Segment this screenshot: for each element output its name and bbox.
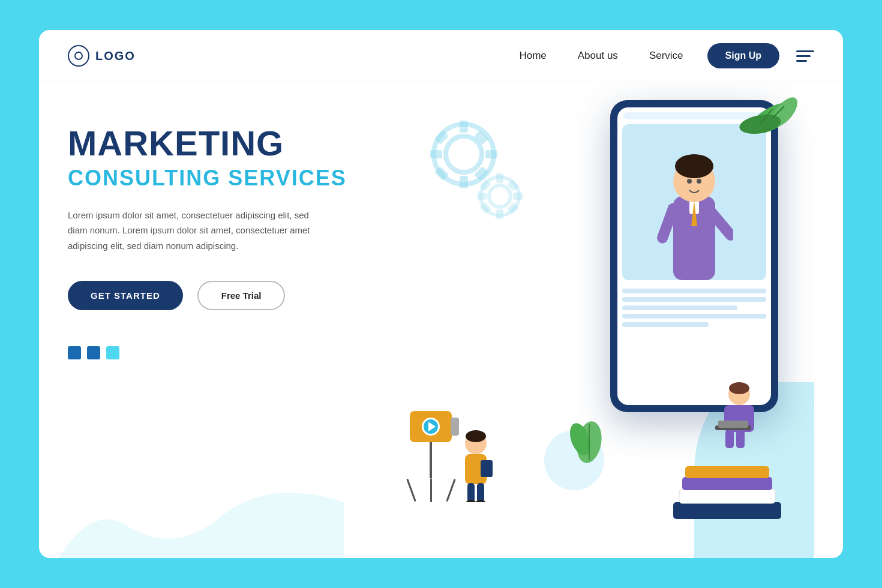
- logo-area: LOGO: [68, 45, 136, 67]
- logo-icon: [68, 45, 89, 67]
- svg-rect-53: [718, 421, 748, 428]
- svg-rect-5: [485, 150, 497, 158]
- gear-small-icon: [476, 172, 524, 220]
- svg-point-33: [687, 179, 692, 184]
- svg-rect-48: [685, 466, 769, 478]
- tripod-leg-left: [406, 479, 416, 502]
- tripod-legs: [410, 478, 452, 502]
- dot-3: [106, 346, 119, 359]
- svg-rect-40: [481, 460, 493, 477]
- camera-tripod: [410, 411, 452, 502]
- svg-rect-13: [496, 209, 503, 219]
- svg-rect-42: [477, 483, 484, 502]
- camera-lens: [422, 418, 440, 436]
- svg-rect-14: [477, 193, 487, 200]
- hero-description: Lorem ipsum dolor sit amet, consectetuer…: [68, 208, 320, 254]
- dot-1: [68, 346, 81, 359]
- main-card: LOGO Home About us Service Sign Up MARKE…: [39, 30, 843, 558]
- svg-point-38: [466, 430, 486, 442]
- signup-button[interactable]: Sign Up: [707, 43, 779, 68]
- main-content: MARKETING CONSULTING SERVICES Lorem ipsu…: [39, 82, 843, 558]
- svg-point-1: [446, 136, 482, 172]
- content-line-1: [622, 289, 766, 293]
- books-stack: [667, 448, 787, 520]
- right-panel: [380, 82, 814, 558]
- leaf-top-icon: [730, 94, 802, 154]
- svg-rect-3: [460, 176, 468, 188]
- svg-rect-15: [513, 193, 523, 200]
- svg-rect-46: [679, 489, 775, 503]
- wave-decoration: [56, 442, 344, 558]
- svg-rect-55: [736, 430, 745, 448]
- camera-body: [410, 411, 452, 442]
- logo-inner-circle: [74, 52, 83, 60]
- free-trial-button[interactable]: Free Trial: [197, 281, 286, 310]
- hero-title-sub: CONSULTING SERVICES: [68, 165, 380, 191]
- left-panel: MARKETING CONSULTING SERVICES Lorem ipsu…: [68, 82, 380, 558]
- content-line-2: [622, 297, 766, 302]
- hero-title-marketing: MARKETING: [68, 124, 380, 163]
- svg-point-50: [729, 382, 749, 394]
- navbar: LOGO Home About us Service Sign Up: [39, 30, 843, 82]
- nav-home[interactable]: Home: [519, 50, 546, 62]
- hamburger-line-2: [796, 55, 811, 57]
- dot-2: [87, 346, 100, 359]
- svg-rect-2: [460, 121, 468, 133]
- tripod-leg-center: [430, 478, 432, 502]
- nav-service[interactable]: Service: [649, 50, 683, 62]
- hamburger-line-1: [796, 50, 814, 52]
- svg-point-11: [489, 185, 511, 207]
- indicator-dots: [68, 346, 380, 359]
- svg-point-32: [675, 154, 713, 178]
- content-line-4: [622, 314, 766, 319]
- nav-about[interactable]: About us: [578, 50, 618, 62]
- hamburger-menu[interactable]: [796, 50, 814, 62]
- svg-rect-54: [725, 430, 734, 448]
- svg-rect-45: [673, 502, 781, 519]
- svg-rect-41: [467, 483, 475, 502]
- content-line-3: [622, 305, 737, 310]
- logo-text: LOGO: [95, 49, 136, 63]
- leaf-bottom-icon: [568, 418, 610, 466]
- get-started-button[interactable]: GET STARTED: [68, 281, 183, 310]
- play-icon: [428, 422, 436, 431]
- tripod-stem: [430, 442, 432, 478]
- svg-rect-47: [682, 477, 772, 490]
- cta-buttons: GET STARTED Free Trial: [68, 281, 380, 310]
- tripod-leg-right: [446, 479, 455, 502]
- svg-rect-4: [430, 150, 442, 158]
- notebook-person: [458, 430, 494, 502]
- content-line-5: [622, 322, 709, 327]
- laptop-person: [712, 382, 766, 454]
- svg-rect-12: [496, 173, 503, 183]
- svg-point-34: [697, 179, 701, 184]
- presenter-figure: [655, 136, 733, 280]
- hamburger-line-3: [796, 60, 807, 62]
- nav-links: Home About us Service: [519, 50, 683, 62]
